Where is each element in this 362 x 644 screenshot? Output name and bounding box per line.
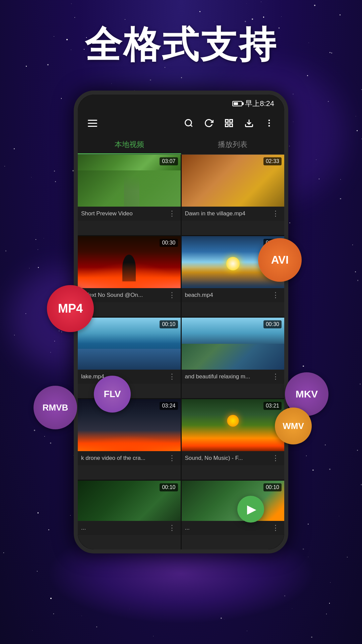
- fab-play-button[interactable]: ▶: [237, 496, 264, 523]
- svg-point-8: [268, 122, 270, 124]
- menu-button[interactable]: [86, 118, 99, 128]
- video-info-2: Dawn in the village.mp4 ⋮: [182, 207, 285, 221]
- toolbar-right: [182, 116, 276, 130]
- video-menu-6[interactable]: ⋮: [270, 372, 281, 381]
- video-name-9: ...: [81, 525, 167, 531]
- video-name-3: o Text No Sound @On...: [81, 292, 167, 299]
- tab-playlist[interactable]: 播放列表: [181, 135, 284, 154]
- video-name-5: lake.mp4: [81, 373, 167, 380]
- svg-point-7: [268, 120, 270, 121]
- video-menu-2[interactable]: ⋮: [270, 209, 281, 218]
- status-time: 早上8:24: [245, 99, 274, 109]
- phone-frame: 早上8:24: [74, 91, 288, 553]
- video-info-4: beach.mp4 ⋮: [182, 288, 285, 302]
- video-name-6: and beautiful relaxing m...: [185, 373, 270, 380]
- badge-wmv: WMV: [275, 408, 312, 444]
- svg-point-0: [185, 120, 192, 126]
- toolbar: [78, 111, 284, 135]
- svg-rect-5: [230, 124, 232, 126]
- refresh-button[interactable]: [202, 116, 216, 130]
- video-duration-7: 03:24: [160, 402, 178, 410]
- video-name-4: beach.mp4: [185, 292, 270, 299]
- video-thumb-7: 03:24: [78, 399, 181, 451]
- video-thumb-3: 00:30: [78, 236, 181, 288]
- video-info-9: ... ⋮: [78, 521, 181, 535]
- video-thumb-5: 00:10: [78, 318, 181, 370]
- video-thumb-8: 03:21: [182, 399, 285, 451]
- video-menu-7[interactable]: ⋮: [167, 454, 177, 463]
- video-duration-5: 00:10: [160, 320, 178, 328]
- svg-line-1: [190, 125, 192, 126]
- svg-point-9: [268, 125, 270, 127]
- badge-flv: FLV: [94, 376, 131, 413]
- video-item-10[interactable]: 00:10 ... ⋮: [182, 481, 285, 549]
- video-duration-8: 03:21: [263, 402, 282, 410]
- video-thumb-10: 00:10: [182, 481, 285, 521]
- video-info-8: Sound, No Music) - F... ⋮: [182, 451, 285, 465]
- video-thumb-1: 03:07: [78, 155, 181, 207]
- video-menu-1[interactable]: ⋮: [167, 209, 177, 218]
- video-menu-10[interactable]: ⋮: [270, 524, 281, 532]
- video-name-7: k drone video of the cra...: [81, 455, 167, 462]
- video-info-7: k drone video of the cra... ⋮: [78, 451, 181, 465]
- video-duration-9: 00:10: [160, 483, 178, 491]
- svg-rect-4: [226, 124, 228, 126]
- video-name-8: Sound, No Music) - F...: [185, 455, 270, 462]
- video-info-5: lake.mp4 ⋮: [78, 370, 181, 384]
- video-item-9[interactable]: 00:10 ... ⋮: [78, 481, 181, 549]
- video-info-1: Short Preview Video ⋮: [78, 207, 181, 221]
- video-name-1: Short Preview Video: [81, 210, 167, 217]
- search-button[interactable]: [182, 116, 195, 130]
- video-thumb-2: 02:33: [182, 155, 285, 207]
- video-duration-3: 00:30: [160, 239, 178, 247]
- tab-bar: 本地视频 播放列表: [78, 135, 284, 155]
- video-item-1[interactable]: 03:07 Short Preview Video ⋮: [78, 155, 181, 235]
- video-menu-9[interactable]: ⋮: [167, 524, 177, 532]
- video-item-7[interactable]: 03:24 k drone video of the cra... ⋮: [78, 399, 181, 480]
- video-menu-5[interactable]: ⋮: [167, 372, 177, 381]
- video-menu-4[interactable]: ⋮: [270, 291, 281, 300]
- status-bar: 早上8:24: [78, 95, 284, 111]
- video-name-2: Dawn in the village.mp4: [185, 210, 270, 217]
- video-item-2[interactable]: 02:33 Dawn in the village.mp4 ⋮: [182, 155, 285, 235]
- video-duration-2: 02:33: [263, 157, 282, 165]
- video-duration-6: 00:30: [263, 320, 282, 328]
- tab-local-video[interactable]: 本地视频: [78, 135, 181, 154]
- video-item-8[interactable]: 03:21 Sound, No Music) - F... ⋮: [182, 399, 285, 480]
- svg-rect-2: [226, 120, 228, 122]
- video-menu-8[interactable]: ⋮: [270, 454, 281, 463]
- svg-rect-3: [230, 120, 232, 122]
- badge-rmvb: RMVB: [34, 386, 77, 429]
- video-duration-10: 00:10: [263, 483, 282, 491]
- video-grid: 03:07 Short Preview Video ⋮ 02:33 Dawn i…: [78, 155, 284, 549]
- video-item-6[interactable]: 00:30 and beautiful relaxing m... ⋮: [182, 318, 285, 398]
- video-info-10: ... ⋮: [182, 521, 285, 535]
- video-name-10: ...: [185, 525, 270, 531]
- badge-avi: AVI: [258, 238, 302, 282]
- play-icon: ▶: [247, 502, 256, 516]
- video-thumb-9: 00:10: [78, 481, 181, 521]
- video-thumb-6: 00:30: [182, 318, 285, 370]
- video-duration-1: 03:07: [160, 157, 178, 165]
- grid-button[interactable]: [222, 116, 236, 130]
- more-button[interactable]: [262, 116, 276, 130]
- video-info-6: and beautiful relaxing m... ⋮: [182, 370, 285, 384]
- video-info-3: o Text No Sound @On... ⋮: [78, 288, 181, 302]
- battery-icon: [232, 101, 242, 106]
- battery-fill: [234, 102, 238, 105]
- phone-inner: 早上8:24: [78, 95, 284, 549]
- video-menu-3[interactable]: ⋮: [167, 291, 177, 300]
- download-button[interactable]: [242, 116, 256, 130]
- video-item-5[interactable]: 00:10 lake.mp4 ⋮: [78, 318, 181, 398]
- badge-mp4: MP4: [47, 285, 94, 332]
- page-title: 全格式支持: [0, 20, 362, 70]
